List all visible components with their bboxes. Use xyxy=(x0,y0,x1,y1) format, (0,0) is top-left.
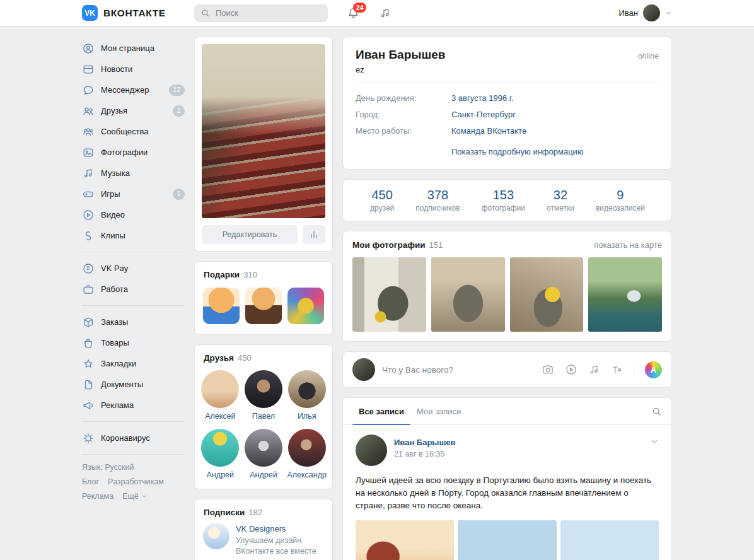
attach-video-button[interactable] xyxy=(565,363,577,376)
profile-status-text[interactable]: ez xyxy=(356,65,659,74)
sidebar-item-messenger[interactable]: Мессенджер 12 xyxy=(82,79,185,100)
virus-icon xyxy=(82,432,95,445)
sidebar-item-news[interactable]: Новости xyxy=(82,59,185,79)
sidebar-item-video[interactable]: Видео xyxy=(82,204,185,225)
photo-thumbnail[interactable] xyxy=(431,257,505,332)
footer-developers-link[interactable]: Разработчикам xyxy=(108,477,164,486)
counter-friends[interactable]: 450 друзей xyxy=(359,188,405,213)
gift-foxes-image[interactable] xyxy=(203,288,240,324)
gift-cake-image[interactable] xyxy=(245,288,282,324)
gifts-title[interactable]: Подарки xyxy=(204,270,240,279)
counter-value: 153 xyxy=(482,188,525,202)
profile-photo[interactable] xyxy=(202,44,325,218)
counter-label: фотографии xyxy=(482,204,525,213)
games-badge: 1 xyxy=(173,189,185,200)
post-author-avatar[interactable] xyxy=(356,435,387,466)
sidebar-item-vk-pay[interactable]: ₽ VK Pay xyxy=(82,258,185,279)
footer-blog-link[interactable]: Блог xyxy=(82,477,99,486)
global-search[interactable] xyxy=(194,4,328,22)
profile-icon xyxy=(82,42,95,55)
star-icon xyxy=(82,358,95,370)
attach-photo-button[interactable] xyxy=(542,363,554,376)
counters-card: 450 друзей 378 подписчиков 153 фотографи… xyxy=(342,179,672,221)
detail-row: Место работы: Команда ВКонтакте xyxy=(356,122,659,139)
composer-input[interactable]: Что у Вас нового? xyxy=(382,365,535,375)
my-photos-title[interactable]: Мои фотографии xyxy=(352,240,426,250)
header-user-menu[interactable]: Иван xyxy=(618,4,672,21)
footer-language-link[interactable]: Язык: Русский xyxy=(82,463,134,472)
text-format-button[interactable] xyxy=(611,364,623,376)
megaphone-icon xyxy=(82,399,95,412)
post-photo-thumbnail[interactable] xyxy=(560,520,659,560)
tab-all-posts[interactable]: Все записи xyxy=(352,398,410,424)
show-more-info-link[interactable]: Показать подробную информацию xyxy=(451,147,584,156)
friend-item[interactable]: Андрей xyxy=(200,429,241,479)
sidebar-item-clips[interactable]: Клипы xyxy=(82,225,185,246)
counter-videos[interactable]: 9 видеозаписей xyxy=(585,188,656,213)
post-photo-thumbnail[interactable] xyxy=(356,520,454,560)
friend-item[interactable]: Александр xyxy=(286,429,327,479)
sidebar-item-music[interactable]: Музыка xyxy=(82,163,185,184)
vk-logo[interactable]: VK ВКОНТАКТЕ xyxy=(82,5,194,21)
music-button[interactable] xyxy=(379,7,392,20)
counter-photos[interactable]: 153 фотографии xyxy=(471,188,536,213)
friend-item[interactable]: Илья xyxy=(286,370,327,421)
communities-icon xyxy=(82,125,95,138)
friends-title[interactable]: Друзья xyxy=(204,353,234,363)
show-on-map-link[interactable]: показать на карте xyxy=(594,240,662,250)
gift-balloons-image[interactable] xyxy=(287,288,324,324)
subscription-avatar xyxy=(203,523,229,549)
post-menu-button[interactable] xyxy=(650,435,659,466)
photo-thumbnail[interactable] xyxy=(510,257,584,332)
post-author-name[interactable]: Иван Барышев xyxy=(394,435,456,447)
edit-profile-button[interactable]: Редактировать xyxy=(202,225,298,244)
notifications-button[interactable]: 24 xyxy=(347,6,360,20)
friend-item[interactable]: Павел xyxy=(243,370,284,421)
footer-more-link[interactable]: Ещё xyxy=(122,492,148,501)
statistics-button[interactable] xyxy=(303,225,325,244)
sidebar-item-communities[interactable]: Сообщества xyxy=(82,121,185,142)
counter-label: подписчиков xyxy=(415,204,460,213)
attach-music-button[interactable] xyxy=(588,364,600,376)
sidebar-item-market[interactable]: Товары xyxy=(82,332,185,353)
counter-followers[interactable]: 378 подписчиков xyxy=(405,188,470,213)
photo-thumbnail[interactable] xyxy=(588,257,662,332)
tab-my-posts[interactable]: Мои записи xyxy=(410,398,467,424)
composer-avatar[interactable] xyxy=(352,358,375,381)
city-link[interactable]: Санкт-Петербург xyxy=(451,110,516,119)
sidebar-item-games[interactable]: Игры 1 xyxy=(82,184,185,204)
search-input[interactable] xyxy=(214,8,322,18)
counter-tags[interactable]: 32 отметки xyxy=(536,188,585,213)
wall-search-button[interactable] xyxy=(651,406,662,417)
sidebar-item-ads[interactable]: Реклама xyxy=(82,395,185,416)
sidebar-item-label: Музыка xyxy=(101,168,130,178)
counter-value: 378 xyxy=(415,188,460,202)
sidebar-item-label: Фотографии xyxy=(101,148,148,157)
friend-item[interactable]: Алексей xyxy=(200,370,241,421)
sidebar-item-documents[interactable]: Документы xyxy=(82,374,185,395)
sidebar-item-coronavirus[interactable]: Коронавирус xyxy=(82,428,185,448)
post-photo-thumbnail[interactable] xyxy=(458,520,556,560)
footer-ads-link[interactable]: Реклама xyxy=(82,492,113,501)
sidebar-item-bookmarks[interactable]: Закладки xyxy=(82,353,185,374)
sidebar-item-friends[interactable]: Друзья 2 xyxy=(82,100,185,121)
sidebar-divider xyxy=(82,305,185,306)
friend-item[interactable]: Андрей xyxy=(243,429,284,479)
sidebar-item-label: VK Pay xyxy=(101,264,128,273)
post-composer: Что у Вас нового? A xyxy=(342,351,672,388)
sidebar-item-orders[interactable]: Заказы xyxy=(82,312,185,332)
sidebar-item-jobs[interactable]: Работа xyxy=(82,279,185,300)
sidebar-item-photos[interactable]: Фотографии xyxy=(82,142,185,163)
sidebar-divider xyxy=(82,421,185,422)
subscriptions-title[interactable]: Подписки xyxy=(204,508,245,517)
birthday-link[interactable]: 3 августа 1996 г. xyxy=(451,93,514,103)
sidebar-item-my-page[interactable]: Моя страница xyxy=(82,38,185,59)
subscription-item[interactable]: VK Designers Улучшаем дизайн ВКонтакте в… xyxy=(203,523,324,557)
shopping-bag-icon xyxy=(82,337,95,349)
friend-avatar xyxy=(201,429,239,467)
poster-background-button[interactable]: A xyxy=(645,361,662,378)
post-date[interactable]: 21 авг в 16:35 xyxy=(394,450,456,458)
sidebar-item-label: Мессенджер xyxy=(101,85,149,95)
photo-thumbnail[interactable] xyxy=(352,257,426,332)
workplace-link[interactable]: Команда ВКонтакте xyxy=(451,126,526,136)
